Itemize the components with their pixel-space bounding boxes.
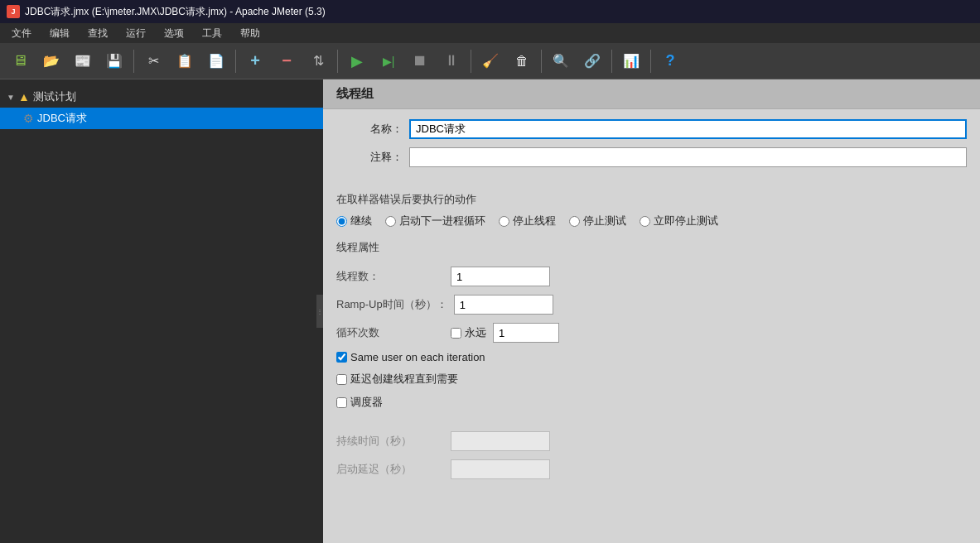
new-button[interactable]: 🖥: [5, 46, 35, 76]
remove-button[interactable]: −: [272, 46, 302, 76]
scheduler-checkbox-label[interactable]: 调度器: [336, 395, 383, 410]
section-title: 线程组: [323, 79, 980, 109]
sidebar-jdbc-label: JDBC请求: [37, 111, 87, 126]
same-user-checkbox-label[interactable]: Same user on each iteration: [336, 351, 485, 363]
name-row: 名称：: [336, 119, 967, 139]
radio-stop-now-label: 立即停止测试: [654, 214, 718, 228]
report-button[interactable]: 📊: [616, 46, 646, 76]
toolbar-sep-5: [541, 50, 542, 73]
plan-icon: ▲: [18, 90, 30, 103]
search-button[interactable]: 🔍: [546, 46, 576, 76]
title-bar: J JDBC请求.jmx (E:\jmeter.JMX\JDBC请求.jmx) …: [0, 0, 980, 23]
start-delay-row: 启动延迟（秒）: [336, 459, 967, 479]
menu-help[interactable]: 帮助: [232, 25, 268, 42]
toolbar-sep-3: [337, 50, 338, 73]
start-delay-label: 启动延迟（秒）: [336, 462, 444, 477]
error-section-title: 在取样器错误后要执行的动作: [336, 192, 967, 207]
save-button[interactable]: 💾: [99, 46, 129, 76]
duration-input[interactable]: [451, 431, 550, 451]
name-input[interactable]: [409, 119, 967, 139]
thread-count-row: 线程数：: [336, 267, 967, 286]
toolbar-sep-2: [235, 50, 236, 73]
menu-options[interactable]: 选项: [156, 25, 192, 42]
thread-section: 线程属性 线程数： Ramp-Up时间（秒）： 循环次数 永远: [323, 232, 980, 426]
start-no-pause-button[interactable]: ▶|: [374, 46, 403, 76]
toolbar-sep-6: [611, 50, 612, 73]
scheduler-row: 调度器: [336, 395, 967, 410]
clear-button[interactable]: 🧹: [476, 46, 505, 76]
stop-button[interactable]: ⏹: [405, 46, 435, 76]
radio-stop-test-label: 停止测试: [583, 214, 626, 228]
delayed-checkbox-label[interactable]: 延迟创建线程直到需要: [336, 372, 458, 387]
content-area: 线程组 名称： 注释： 在取样器错误后要执行的动作 继续: [323, 79, 980, 543]
toolbar-sep-4: [471, 50, 471, 73]
menu-file[interactable]: 文件: [3, 25, 40, 42]
sidebar-test-plan-label: 测试计划: [33, 89, 76, 104]
same-user-row: Same user on each iteration: [336, 351, 967, 363]
delayed-row: 延迟创建线程直到需要: [336, 372, 967, 387]
radio-stop-now[interactable]: 立即停止测试: [640, 214, 718, 228]
start-delay-input[interactable]: [451, 459, 550, 479]
window-title: JDBC请求.jmx (E:\jmeter.JMX\JDBC请求.jmx) - …: [25, 5, 326, 19]
delayed-label: 延迟创建线程直到需要: [350, 372, 458, 387]
name-label: 名称：: [336, 122, 403, 137]
radio-next-loop[interactable]: 启动下一进程循环: [385, 214, 485, 228]
error-action-group: 继续 启动下一进程循环 停止线程 停止测试 立即停止测试: [336, 214, 967, 228]
form-area: 名称： 注释：: [323, 109, 980, 185]
clear-all-button[interactable]: 🗑: [507, 46, 537, 76]
add-button[interactable]: +: [240, 46, 270, 76]
gear-icon: ⚙: [23, 112, 34, 125]
radio-continue[interactable]: 继续: [336, 214, 372, 228]
error-section: 在取样器错误后要执行的动作 继续 启动下一进程循环 停止线程 停止测试: [323, 185, 980, 232]
thread-section-title: 线程属性: [336, 240, 967, 258]
radio-stop-test[interactable]: 停止测试: [569, 214, 626, 228]
sidebar: ▼ ▲ 测试计划 ⚙ JDBC请求 ⋮: [0, 79, 323, 543]
radio-continue-label: 继续: [350, 214, 372, 228]
loop-count-input[interactable]: [493, 323, 559, 343]
cut-button[interactable]: ✂: [138, 46, 168, 76]
loop-count-label: 循环次数: [336, 325, 444, 340]
menu-run[interactable]: 运行: [118, 25, 154, 42]
move-button[interactable]: ⇅: [303, 46, 333, 76]
menu-edit[interactable]: 编辑: [41, 25, 78, 42]
arrow-icon: ▼: [7, 93, 15, 102]
save-template-button[interactable]: 📰: [68, 46, 98, 76]
duration-row: 持续时间（秒）: [336, 431, 967, 451]
start-button[interactable]: ▶: [342, 46, 372, 76]
main-layout: ▼ ▲ 测试计划 ⚙ JDBC请求 ⋮ 线程组 名称： 注释： 在取样: [0, 79, 980, 543]
sidebar-resize-handle[interactable]: ⋮: [316, 295, 323, 328]
app-icon: J: [7, 5, 20, 18]
ramp-up-label: Ramp-Up时间（秒）：: [336, 297, 447, 312]
thread-count-input[interactable]: [451, 267, 550, 286]
comment-input[interactable]: [409, 147, 967, 167]
comment-label: 注释：: [336, 150, 403, 165]
same-user-checkbox[interactable]: [336, 352, 347, 363]
ramp-up-input[interactable]: [454, 295, 553, 315]
sidebar-item-jdbc-request[interactable]: ⚙ JDBC请求: [0, 108, 323, 129]
menu-bar: 文件 编辑 查找 运行 选项 工具 帮助: [0, 23, 980, 43]
comment-row: 注释：: [336, 147, 967, 167]
forever-checkbox[interactable]: [451, 328, 461, 339]
menu-find[interactable]: 查找: [80, 25, 116, 42]
copy-button[interactable]: 📋: [170, 46, 200, 76]
toolbar-sep-1: [133, 50, 134, 73]
radio-stop-thread[interactable]: 停止线程: [499, 214, 556, 228]
duration-label: 持续时间（秒）: [336, 434, 444, 449]
radio-stop-thread-label: 停止线程: [513, 214, 556, 228]
paste-button[interactable]: 📄: [201, 46, 231, 76]
shutdown-button[interactable]: ⏸: [437, 46, 466, 76]
thread-count-label: 线程数：: [336, 269, 444, 284]
radio-next-loop-label: 启动下一进程循环: [399, 214, 485, 228]
help-icon-button[interactable]: ?: [655, 46, 685, 76]
scheduler-label: 调度器: [350, 395, 383, 410]
sidebar-item-test-plan[interactable]: ▼ ▲ 测试计划: [0, 86, 323, 108]
open-button[interactable]: 📂: [36, 46, 66, 76]
same-user-label: Same user on each iteration: [350, 351, 485, 363]
ramp-up-row: Ramp-Up时间（秒）：: [336, 295, 967, 315]
delayed-checkbox[interactable]: [336, 374, 347, 385]
menu-tools[interactable]: 工具: [194, 25, 230, 42]
toolbar: 🖥 📂 📰 💾 ✂ 📋 📄 + − ⇅ ▶ ▶| ⏹ ⏸ 🧹 🗑 🔍: [0, 43, 980, 79]
forever-checkbox-label[interactable]: 永远: [451, 325, 486, 340]
network-button[interactable]: 🔗: [577, 46, 607, 76]
scheduler-checkbox[interactable]: [336, 397, 347, 408]
